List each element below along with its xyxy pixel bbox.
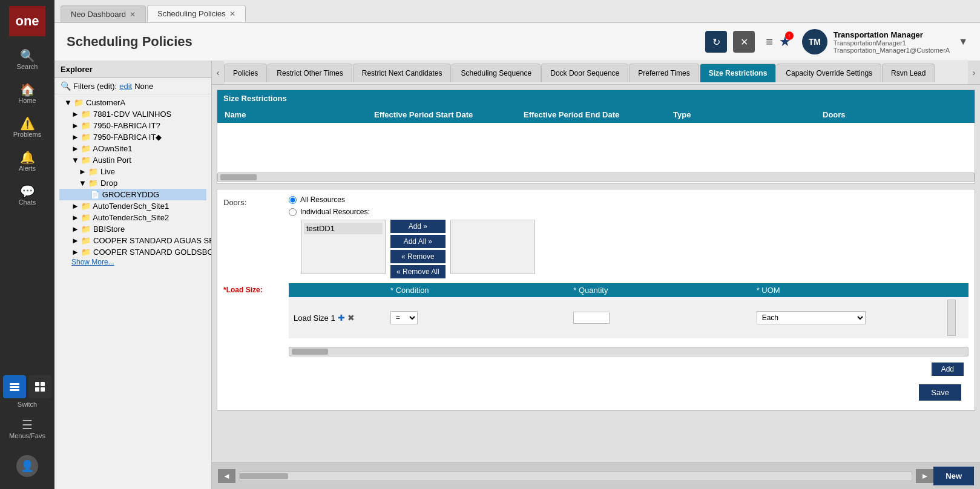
individual-resources-radio[interactable] bbox=[289, 208, 297, 216]
bottom-scrollbar-thumb bbox=[240, 473, 288, 479]
switch-alt-button[interactable] bbox=[28, 375, 51, 398]
sidebar-item-menus[interactable]: ☰ Menus/Favs bbox=[3, 412, 51, 445]
user-role: TransportationManager1 bbox=[834, 39, 950, 47]
problems-icon: ⚠️ bbox=[20, 116, 35, 131]
sidebar: one 🔍 Search 🏠 Home ⚠️ Problems 🔔 Alerts… bbox=[0, 0, 54, 489]
tree-container: ▼ 📁 CustomerA ► 📁 7881-CDV VALINHOS ► 📁 … bbox=[54, 94, 211, 269]
bottom-scrollbar[interactable] bbox=[239, 471, 913, 481]
user-dropdown-icon[interactable]: ▼ bbox=[958, 36, 968, 47]
tree-node-cooper1[interactable]: ► 📁 COOPER STANDARD AGUAS SEALING (: bbox=[59, 235, 206, 246]
sidebar-item-chats[interactable]: 💬 Chats bbox=[0, 178, 54, 212]
close-button[interactable]: ✕ bbox=[733, 31, 755, 53]
remove-load-size-icon[interactable]: ✖ bbox=[347, 313, 355, 323]
neo-dashboard-close-icon[interactable]: ✕ bbox=[130, 10, 136, 19]
tree-node-live[interactable]: ► 📁 Live bbox=[59, 166, 206, 177]
tree-node-cooper2[interactable]: ► 📁 COOPER STANDARD GOLDSBORO bbox=[59, 246, 206, 258]
tree-node-austin-port[interactable]: ▼ 📁 Austin Port bbox=[59, 154, 206, 166]
refresh-button[interactable]: ↻ bbox=[705, 31, 727, 53]
tab-capacity-override[interactable]: Capacity Override Settings bbox=[777, 64, 881, 82]
tab-size-restrictions[interactable]: Size Restrictions bbox=[700, 64, 777, 82]
right-panel: ‹ Policies Restrict Other Times Restrict… bbox=[212, 61, 980, 489]
size-restrictions-table-body bbox=[217, 123, 975, 171]
sidebar-item-alerts[interactable]: 🔔 Alerts bbox=[0, 144, 54, 178]
load-size-condition-cell: = < > <= >= bbox=[390, 311, 573, 324]
tree-node-aownsite1[interactable]: ► 📁 AOwnSite1 bbox=[59, 143, 206, 154]
remove-all-resources-button[interactable]: « Remove All bbox=[390, 265, 446, 278]
tree-node-autotender2[interactable]: ► 📁 AutoTenderSch_Site2 bbox=[59, 212, 206, 223]
user-info: Transportation Manager TransportationMan… bbox=[834, 30, 950, 54]
app-logo: one bbox=[9, 6, 45, 36]
show-more-link[interactable]: Show More... bbox=[59, 258, 206, 266]
load-size-h-scroll[interactable] bbox=[289, 347, 968, 356]
load-size-1-label: Load Size 1 bbox=[294, 313, 335, 323]
add-resource-button[interactable]: Add » bbox=[390, 220, 446, 233]
user-email: Transportation_Manager1@CustomerA bbox=[834, 47, 950, 54]
doors-label: Doors: bbox=[223, 195, 284, 207]
add-all-resources-button[interactable]: Add All » bbox=[390, 235, 446, 248]
svg-rect-4 bbox=[41, 382, 45, 386]
size-restrictions-h-scroll[interactable] bbox=[217, 172, 975, 182]
switch-button[interactable] bbox=[3, 375, 26, 398]
sidebar-item-user[interactable]: 👤 bbox=[3, 449, 51, 483]
new-button[interactable]: New bbox=[933, 467, 974, 485]
tab-neo-dashboard[interactable]: Neo Dashboard ✕ bbox=[61, 5, 146, 22]
tab-scheduling-policies[interactable]: Scheduling Policies ✕ bbox=[147, 5, 246, 22]
sidebar-item-search[interactable]: 🔍 Search bbox=[0, 42, 54, 76]
scroll-right-button[interactable]: ► bbox=[916, 469, 933, 483]
doors-label-text: Doors: bbox=[223, 198, 246, 207]
tree-node-drop[interactable]: ▼ 📁 Drop bbox=[59, 177, 206, 189]
chats-icon: 💬 bbox=[20, 184, 35, 199]
tree-node-customerA[interactable]: ▼ 📁 CustomerA bbox=[59, 97, 206, 108]
tab-preferred-times[interactable]: Preferred Times bbox=[629, 64, 699, 82]
load-size-table-body: Load Size 1 ✚ ✖ = < > bbox=[289, 297, 968, 346]
col-empty bbox=[294, 286, 390, 295]
load-size-quantity-cell bbox=[573, 312, 756, 324]
all-resources-radio[interactable] bbox=[289, 196, 297, 204]
sidebar-item-problems[interactable]: ⚠️ Problems bbox=[0, 110, 54, 144]
tree-node-7950-1[interactable]: ► 📁 7950-FABRICA IT? bbox=[59, 120, 206, 131]
notification-area: ★ ! bbox=[779, 34, 791, 50]
scroll-left-button[interactable]: ◄ bbox=[218, 469, 235, 483]
load-size-v-scroll[interactable] bbox=[947, 300, 956, 336]
tab-dock-door-sequence[interactable]: Dock Door Sequence bbox=[541, 64, 628, 82]
all-resources-row: All Resources bbox=[289, 195, 535, 204]
resource-item-testdd1[interactable]: testDD1 bbox=[304, 223, 383, 234]
col-start-date: Effective Period Start Date bbox=[372, 109, 521, 120]
tree-node-7950-2[interactable]: ► 📁 7950-FABRICA IT◆ bbox=[59, 131, 206, 143]
tab-scheduling-sequence[interactable]: Scheduling Sequence bbox=[452, 64, 541, 82]
explorer-panel: Explorer 🔍 Filters (edit): edit None ▼ 📁… bbox=[54, 61, 212, 489]
tab-restrict-other-times[interactable]: Restrict Other Times bbox=[268, 64, 352, 82]
scheduling-policies-close-icon[interactable]: ✕ bbox=[229, 10, 235, 18]
load-size-condition-select[interactable]: = < > <= >= bbox=[390, 311, 418, 324]
load-size-uom-select[interactable]: Each Pallet Piece Box bbox=[757, 311, 866, 324]
add-load-size-row-button[interactable]: Add bbox=[932, 363, 964, 376]
nav-scroll-left-button[interactable]: ‹ bbox=[212, 61, 224, 84]
tree-node-autotender1[interactable]: ► 📁 AutoTenderSch_Site1 bbox=[59, 200, 206, 212]
filter-value: None bbox=[134, 82, 153, 91]
add-load-size-icon[interactable]: ✚ bbox=[338, 313, 345, 323]
save-button[interactable]: Save bbox=[919, 384, 961, 401]
size-restrictions-h-scroll-thumb bbox=[220, 174, 257, 180]
load-size-quantity-input[interactable] bbox=[573, 312, 610, 324]
tab-rsvn-lead[interactable]: Rsvn Lead bbox=[882, 64, 935, 82]
page-header: Scheduling Policies ↻ ✕ ≡ ★ ! TM Transpo… bbox=[54, 23, 980, 61]
nav-scroll-right-button[interactable]: › bbox=[968, 61, 980, 84]
switch-icon bbox=[8, 381, 21, 393]
sidebar-bottom: Switch ☰ Menus/Favs 👤 bbox=[3, 375, 51, 489]
main-content: Neo Dashboard ✕ Scheduling Policies ✕ Sc… bbox=[54, 0, 980, 489]
remove-resource-button[interactable]: « Remove bbox=[390, 250, 446, 263]
size-restrictions-header: Size Restrictions bbox=[217, 90, 975, 107]
sidebar-home-label: Home bbox=[18, 97, 36, 104]
tab-restrict-next-candidates[interactable]: Restrict Next Candidates bbox=[353, 64, 452, 82]
doors-row: Doors: All Resources Individual Resource… bbox=[223, 195, 968, 278]
tree-node-7881[interactable]: ► 📁 7881-CDV VALINHOS bbox=[59, 108, 206, 120]
filter-edit-link[interactable]: edit bbox=[119, 82, 132, 91]
col-doors: Doors bbox=[820, 109, 970, 120]
tree-node-groceryddg[interactable]: 📄 GROCERYDDG bbox=[59, 189, 206, 200]
tab-policies[interactable]: Policies bbox=[224, 64, 267, 82]
menu-icon[interactable]: ≡ bbox=[766, 35, 773, 49]
sidebar-item-home[interactable]: 🏠 Home bbox=[0, 76, 54, 110]
tree-node-bbistore[interactable]: ► 📁 BBIStore bbox=[59, 223, 206, 235]
svg-rect-3 bbox=[35, 382, 39, 386]
individual-resources-row: Individual Resources: bbox=[289, 208, 535, 216]
